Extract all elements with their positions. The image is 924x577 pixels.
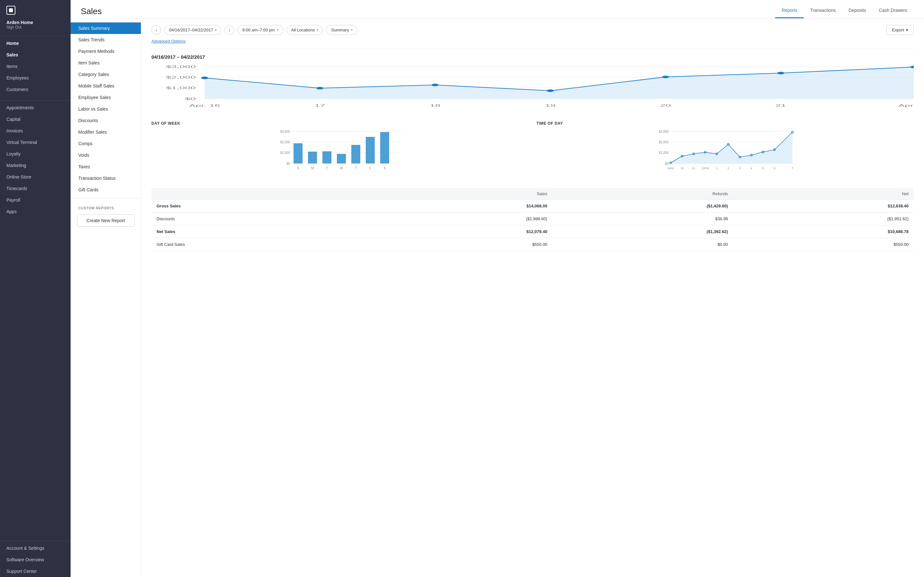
row-net: ($1,951.62) <box>733 213 914 226</box>
tab-transactions[interactable]: Transactions <box>804 5 842 18</box>
sidebar-item-loyalty[interactable]: Loyalty <box>0 148 71 160</box>
svg-text:$1,000: $1,000 <box>280 151 290 155</box>
sub-nav-sales-summary[interactable]: Sales Summary <box>71 23 141 34</box>
chevron-left-icon: ‹ <box>156 27 157 33</box>
tab-cash-drawers[interactable]: Cash Drawers <box>872 5 914 18</box>
sidebar-item-home[interactable]: Home <box>0 37 71 49</box>
sidebar-item-customers[interactable]: Customers <box>0 84 71 95</box>
sub-nav-payment-methods[interactable]: Payment Methods <box>71 45 141 57</box>
row-refunds: ($1,392.62) <box>552 226 733 238</box>
advanced-options-link[interactable]: Advanced Options <box>152 39 914 44</box>
sub-sidebar: Sales Summary Sales Trends Payment Metho… <box>71 19 141 577</box>
svg-rect-33 <box>322 151 331 163</box>
tab-reports[interactable]: Reports <box>775 5 804 18</box>
svg-text:S: S <box>297 166 299 170</box>
sub-nav-category-sales[interactable]: Category Sales <box>71 69 141 80</box>
sub-nav-comps[interactable]: Comps <box>71 138 141 149</box>
date-range-filter[interactable]: 04/16/2017–04/22/2017 ▾ <box>164 25 221 35</box>
sign-out-link[interactable]: Sign Out <box>6 25 64 29</box>
sidebar-item-appointments[interactable]: Appointments <box>0 102 71 113</box>
table-header-label <box>152 188 372 200</box>
prev-date-button[interactable]: ‹ <box>152 25 161 35</box>
row-sales: ($1,988.60) <box>372 213 552 226</box>
table-header-net: Net <box>733 188 914 200</box>
date-range-label: 04/16/2017–04/22/2017 <box>169 27 213 32</box>
svg-point-13 <box>662 76 669 78</box>
svg-text:$1,000: $1,000 <box>166 86 196 90</box>
time-of-day-label: TIME OF DAY <box>536 121 914 126</box>
table-row: Discounts ($1,988.60) $36.98 ($1,951.62) <box>152 213 914 226</box>
logo-icon <box>6 6 15 15</box>
sub-nav-item-sales[interactable]: Item Sales <box>71 57 141 69</box>
sidebar-item-apps[interactable]: Apps <box>0 206 71 218</box>
sidebar-item-payroll[interactable]: Payroll <box>0 194 71 206</box>
summary-table: Sales Refunds Net Gross Sales $14,068.00… <box>152 188 914 251</box>
svg-rect-36 <box>366 137 375 163</box>
create-new-report-button[interactable]: Create New Report <box>77 214 134 227</box>
row-label: Gross Sales <box>152 200 372 213</box>
export-button[interactable]: Export ▾ <box>887 25 914 35</box>
sub-nav-employee-sales[interactable]: Employee Sales <box>71 92 141 103</box>
svg-text:Apr. 16: Apr. 16 <box>189 103 220 108</box>
sidebar-item-invoices[interactable]: Invoices <box>0 125 71 137</box>
svg-point-14 <box>777 72 784 74</box>
svg-text:20: 20 <box>660 103 671 108</box>
sidebar-item-marketing[interactable]: Marketing <box>0 160 71 171</box>
report-area: ‹ 04/16/2017–04/22/2017 ▾ › 9:00 am–7:00… <box>141 19 924 577</box>
svg-text:$3,000: $3,000 <box>280 130 290 133</box>
svg-point-11 <box>431 84 439 86</box>
sidebar-divider-mid <box>0 100 71 101</box>
sidebar-item-employees[interactable]: Employees <box>0 72 71 84</box>
sub-nav-labor-vs-sales[interactable]: Labor vs Sales <box>71 103 141 115</box>
chevron-right-icon: › <box>229 27 230 33</box>
filters-bar: ‹ 04/16/2017–04/22/2017 ▾ › 9:00 am–7:00… <box>152 25 914 35</box>
sub-nav-discounts[interactable]: Discounts <box>71 115 141 126</box>
summary-filter[interactable]: Summary ▾ <box>326 25 357 35</box>
svg-text:T: T <box>326 166 328 170</box>
page-title: Sales <box>81 6 102 16</box>
day-of-week-chart: DAY OF WEEK $3,000 $2,000 $1,000 $0 <box>152 121 529 181</box>
svg-text:T: T <box>355 166 357 170</box>
tab-deposits[interactable]: Deposits <box>842 5 872 18</box>
time-of-day-chart: TIME OF DAY $3,000 $2,000 $1,000 $0 <box>536 121 914 181</box>
sub-nav-voids[interactable]: Voids <box>71 149 141 161</box>
sub-nav-mobile-staff-sales[interactable]: Mobile Staff Sales <box>71 80 141 92</box>
svg-text:$0: $0 <box>665 162 669 165</box>
svg-text:$2,000: $2,000 <box>659 140 669 144</box>
svg-text:$3,000: $3,000 <box>659 130 669 133</box>
topnav-tabs: Reports Transactions Deposits Cash Drawe… <box>775 5 914 18</box>
row-net: $10,686.78 <box>733 226 914 238</box>
sidebar-item-items[interactable]: Items <box>0 61 71 72</box>
sidebar-item-account-settings[interactable]: Account & Settings <box>0 542 71 554</box>
svg-text:11: 11 <box>692 167 695 170</box>
row-refunds: $36.98 <box>552 213 733 226</box>
svg-point-10 <box>317 87 323 89</box>
svg-text:6: 6 <box>774 167 775 170</box>
svg-text:$0: $0 <box>286 162 290 165</box>
table-header-sales: Sales <box>372 188 552 200</box>
row-refunds: $0.00 <box>552 238 733 251</box>
sub-nav-sales-trends[interactable]: Sales Trends <box>71 34 141 45</box>
svg-text:M: M <box>311 166 314 170</box>
time-range-filter[interactable]: 9:00 am–7:00 pm ▾ <box>237 25 283 35</box>
svg-text:$1,000: $1,000 <box>659 151 669 155</box>
sub-nav-gift-cards[interactable]: Gift Cards <box>71 184 141 195</box>
sidebar-item-support-center[interactable]: Support Center <box>0 566 71 577</box>
sidebar-item-online-store[interactable]: Online Store <box>0 171 71 183</box>
chart-row: DAY OF WEEK $3,000 $2,000 $1,000 $0 <box>152 121 914 181</box>
row-sales: $550.00 <box>372 238 552 251</box>
sidebar-item-software-overview[interactable]: Software Overview <box>0 554 71 566</box>
sub-nav-taxes[interactable]: Taxes <box>71 161 141 172</box>
sub-nav-transaction-status[interactable]: Transaction Status <box>71 172 141 184</box>
next-date-button[interactable]: › <box>225 25 234 35</box>
svg-text:5: 5 <box>762 167 764 170</box>
sidebar-item-timecards[interactable]: Timecards <box>0 183 71 194</box>
location-filter[interactable]: All Locations ▾ <box>286 25 323 35</box>
sidebar-item-capital[interactable]: Capital <box>0 113 71 125</box>
sidebar-item-virtual-terminal[interactable]: Virtual Terminal <box>0 137 71 148</box>
sub-nav-modifier-sales[interactable]: Modifier Sales <box>71 126 141 138</box>
sidebar-item-sales[interactable]: Sales <box>0 49 71 61</box>
day-of-week-label: DAY OF WEEK <box>152 121 529 126</box>
day-of-week-svg: $3,000 $2,000 $1,000 $0 <box>152 128 529 179</box>
sidebar: Arden Home Sign Out Home Sales Items Emp… <box>0 0 71 577</box>
